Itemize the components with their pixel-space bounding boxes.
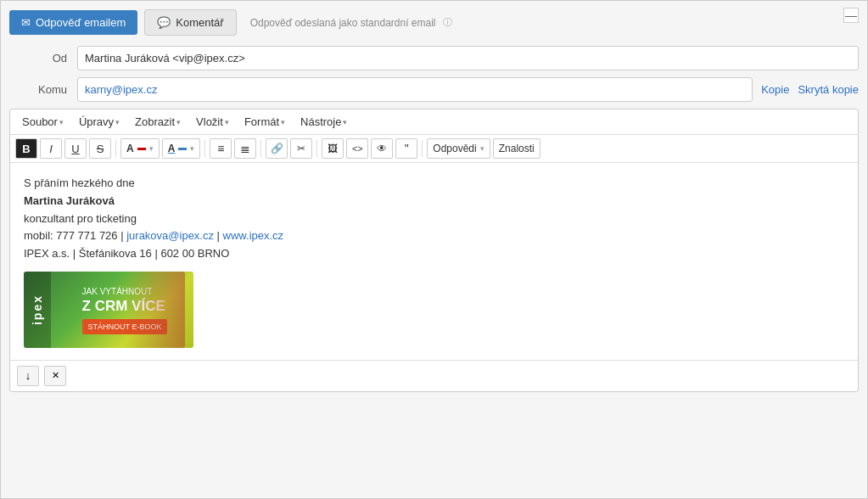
sig-separator: |	[214, 229, 223, 242]
sig-contact: mobil: 777 771 726 | jurakova@ipex.cz | …	[24, 227, 844, 245]
responses-arrow: ▾	[480, 144, 484, 153]
responses-button[interactable]: Odpovědi ▾	[427, 138, 490, 159]
close-footer-button[interactable]: ✕	[44, 366, 66, 386]
upravy-arrow: ▾	[115, 118, 120, 126]
main-panel: — ✉ Odpověď emailem 💬 Komentář Odpověď o…	[0, 0, 868, 499]
menu-format-label: Formát	[244, 115, 279, 128]
bg-color-arrow: ▾	[190, 144, 194, 153]
unlink-button[interactable]: ✂	[290, 138, 312, 159]
komu-row: Komu karny@ipex.cz Kopie Skrytá kopie	[9, 77, 859, 102]
bold-button[interactable]: B	[15, 138, 37, 159]
bullet-list-button[interactable]: ≡	[210, 138, 232, 159]
bg-color-swatch	[178, 148, 187, 150]
preview-button[interactable]: 👁	[371, 138, 393, 159]
sig-address: IPEX a.s. | Štefánikova 16 | 602 00 BRNO	[24, 245, 844, 263]
font-color-button[interactable]: A ▾	[120, 138, 160, 159]
vlozit-arrow: ▾	[225, 118, 229, 126]
numbered-list-button[interactable]: ≣	[234, 138, 256, 159]
font-color-arrow: ▾	[149, 144, 154, 153]
status-text: Odpověď odeslaná jako standardní email	[250, 17, 436, 29]
greeting-text: S přáním hezkého dne	[24, 175, 844, 193]
knowledge-label: Znalosti	[499, 143, 535, 154]
editor-body[interactable]: S přáním hezkého dne Martina Juráková ko…	[10, 163, 858, 360]
zobrazit-arrow: ▾	[176, 118, 181, 126]
menu-soubor-label: Soubor	[22, 115, 58, 128]
bg-color-button[interactable]: A ▾	[162, 138, 201, 159]
menu-zobrazit-label: Zobrazit	[135, 115, 175, 128]
komu-label: Komu	[9, 83, 77, 96]
komu-actions: Kopie Skrytá kopie	[761, 83, 859, 96]
responses-label: Odpovědi	[433, 143, 476, 154]
menu-nastroje[interactable]: Nástroje ▾	[294, 113, 354, 131]
editor-container: Soubor ▾ Úpravy ▾ Zobrazit ▾ Vložit ▾ Fo…	[9, 109, 859, 392]
editor-menubar: Soubor ▾ Úpravy ▾ Zobrazit ▾ Vložit ▾ Fo…	[10, 109, 858, 135]
sig-name: Martina Juráková	[24, 193, 844, 210]
minimize-icon: —	[845, 9, 857, 21]
menu-vlozit[interactable]: Vložit ▾	[189, 113, 236, 131]
minimize-button[interactable]: —	[843, 8, 859, 23]
font-color-swatch	[137, 148, 146, 150]
sig-mobile: mobil: 777 771 726 |	[24, 229, 126, 242]
italic-button[interactable]: I	[40, 138, 62, 159]
toolbar-separator-5	[422, 140, 423, 157]
format-arrow: ▾	[281, 118, 285, 126]
menu-zobrazit[interactable]: Zobrazit ▾	[128, 113, 188, 131]
skryta-kopie-link[interactable]: Skrytá kopie	[798, 83, 859, 96]
toolbar-separator-4	[316, 140, 317, 157]
link-button[interactable]: 🔗	[266, 138, 288, 159]
comment-button[interactable]: 💬 Komentář	[144, 9, 236, 36]
nastroje-arrow: ▾	[343, 118, 347, 126]
menu-vlozit-label: Vložit	[196, 115, 223, 128]
sig-email-link[interactable]: jurakova@ipex.cz	[126, 229, 214, 242]
toolbar-separator-1	[115, 140, 116, 157]
toolbar-separator-3	[260, 140, 261, 157]
strikethrough-button[interactable]: S	[89, 138, 111, 159]
move-down-button[interactable]: ↓	[17, 366, 39, 386]
od-row: Od Martina Juráková <vip@ipex.cz>	[9, 46, 859, 70]
action-bar: ✉ Odpověď emailem 💬 Komentář Odpověď ode…	[9, 9, 859, 36]
editor-toolbar: B I U S A ▾ A ▾ ≡ ≣ 🔗 ✂ 🖼 <>	[10, 135, 858, 163]
menu-soubor[interactable]: Soubor ▾	[15, 113, 70, 131]
image-button[interactable]: 🖼	[322, 138, 344, 159]
font-color-label: A	[126, 143, 134, 154]
kopie-link[interactable]: Kopie	[761, 83, 789, 96]
editor-footer: ↓ ✕	[10, 360, 858, 391]
move-down-icon: ↓	[25, 369, 31, 382]
reply-email-button[interactable]: ✉ Odpověď emailem	[9, 10, 137, 35]
quote-button[interactable]: "	[395, 138, 417, 159]
menu-nastroje-label: Nástroje	[300, 115, 341, 128]
toolbar-separator-2	[204, 140, 205, 157]
comment-label: Komentář	[176, 16, 223, 29]
komu-email: karny@ipex.cz	[85, 83, 157, 96]
bg-color-label: A	[168, 143, 176, 154]
knowledge-button[interactable]: Znalosti	[493, 138, 540, 159]
code-button[interactable]: <>	[346, 138, 368, 159]
banner-logo-text: ipex	[28, 294, 47, 325]
reply-email-label: Odpověď emailem	[36, 16, 126, 29]
od-input-wrap: Martina Juráková <vip@ipex.cz>	[77, 46, 859, 70]
comment-icon: 💬	[157, 16, 171, 29]
underline-button[interactable]: U	[64, 138, 87, 159]
info-icon[interactable]: ⓘ	[443, 16, 452, 29]
menu-format[interactable]: Formát ▾	[238, 113, 292, 131]
banner-logo-strip: ipex	[24, 272, 51, 348]
od-label: Od	[9, 52, 77, 64]
sig-title: konzultant pro ticketing	[24, 210, 844, 228]
menu-upravy[interactable]: Úpravy ▾	[72, 113, 126, 131]
close-footer-icon: ✕	[52, 370, 59, 381]
email-icon: ✉	[21, 16, 31, 29]
sig-web-link[interactable]: www.ipex.cz	[223, 229, 284, 242]
menu-upravy-label: Úpravy	[79, 115, 114, 128]
komu-input[interactable]: karny@ipex.cz	[77, 77, 753, 102]
sig-banner: ipex JAK VYTÁHNOUT Z CRM VÍCE STÁHNOUT E…	[24, 272, 193, 348]
soubor-arrow: ▾	[59, 118, 64, 126]
banner-person	[126, 272, 185, 348]
od-select[interactable]: Martina Juráková <vip@ipex.cz>	[77, 46, 859, 70]
